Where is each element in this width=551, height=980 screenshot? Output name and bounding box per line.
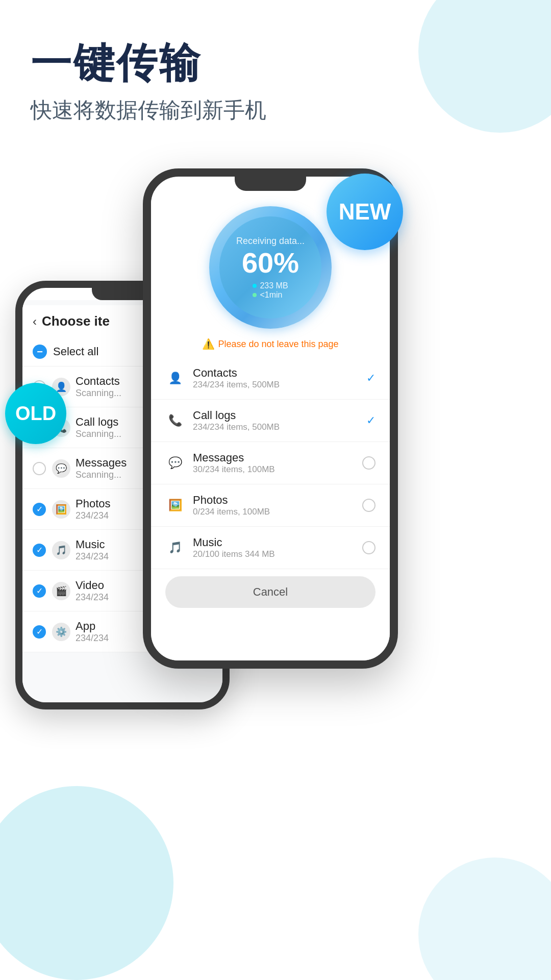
select-all-label: Select all [53,345,98,358]
volume-up-button-icon [143,258,149,289]
progress-size: 233 MB [260,281,288,290]
warning-icon: ⚠️ [202,338,215,350]
progress-circle-outer: Receiving data... 60% 233 MB <1min [209,206,332,329]
progress-circle-inner: Receiving data... 60% 233 MB <1min [219,216,321,318]
item-type-icon: 💬 [165,453,185,473]
item-subtitle: 30/234 items, 100MB [193,464,362,475]
item-type-icon: 🎵 [165,538,185,557]
list-item[interactable]: 👤 Contacts 234/234 items, 500MB ✓ [151,357,390,400]
item-type-icon: 🖼️ [52,500,70,519]
warning-row: ⚠️ Please do not leave this page [151,334,390,357]
item-type-icon: 🎬 [52,582,70,600]
progress-label: Receiving data... [236,236,305,247]
volume-down-button-icon [143,299,149,340]
select-all-icon [33,345,47,359]
check-icon: ✓ [366,372,375,385]
item-type-icon: 📞 [165,411,185,430]
item-subtitle: 20/100 items 344 MB [193,549,362,559]
old-badge: OLD [5,383,66,444]
list-item[interactable]: 🖼️ Photos 0/234 items, 100MB [151,484,390,527]
item-checkbox[interactable] [33,625,46,639]
new-phone-screen: Receiving data... 60% 233 MB <1min [151,191,390,669]
item-name: Call logs [193,409,366,422]
cancel-button[interactable]: Cancel [165,576,375,608]
item-checkbox[interactable] [33,584,46,598]
check-icon: ✓ [366,414,375,427]
item-type-icon: 👤 [165,369,185,388]
bg-decoration-top-right [418,0,551,133]
progress-time: <1min [260,290,282,300]
size-dot-icon [253,284,257,288]
progress-size-row: 233 MB [253,281,288,290]
item-type-icon: 🎵 [52,541,70,559]
progress-time-row: <1min [253,290,282,300]
new-items-list: 👤 Contacts 234/234 items, 500MB ✓ 📞 Call… [151,357,390,569]
old-screen-title: Choose ite [42,313,110,329]
circle-status-icon [362,499,375,512]
phones-container: ‹ Choose ite Select all 👤 Contacts Scann… [0,168,551,980]
progress-percent: 60% [242,249,299,277]
circle-status-icon [362,456,375,470]
item-subtitle: 234/234 items, 500MB [193,422,366,432]
main-title: 一键传输 [31,41,266,86]
item-checkbox[interactable] [33,462,46,475]
progress-details: 233 MB <1min [253,281,288,300]
item-name: Photos [193,494,362,507]
item-subtitle: 0/234 items, 100MB [193,507,362,517]
header-section: 一键传输 快速将数据传输到新手机 [31,41,266,125]
item-type-icon: ⚙️ [52,623,70,641]
item-type-icon: 💬 [52,459,70,478]
item-type-icon: 🖼️ [165,496,185,515]
item-checkbox[interactable] [33,503,46,516]
list-item[interactable]: 💬 Messages 30/234 items, 100MB [151,442,390,484]
item-subtitle: 234/234 items, 500MB [193,380,366,390]
new-badge: NEW [327,174,403,250]
back-arrow-icon[interactable]: ‹ [33,314,37,329]
circle-status-icon [362,541,375,554]
warning-text: Please do not leave this page [218,339,338,350]
item-name: Messages [193,451,362,464]
item-checkbox[interactable] [33,544,46,557]
list-item[interactable]: 📞 Call logs 234/234 items, 500MB ✓ [151,400,390,442]
list-item[interactable]: 🎵 Music 20/100 items 344 MB [151,527,390,569]
item-name: Music [193,536,362,549]
time-dot-icon [253,293,257,297]
power-button-icon [392,279,398,320]
new-phone-notch [235,177,306,191]
item-name: Contacts [193,366,366,380]
sub-title: 快速将数据传输到新手机 [31,96,266,125]
